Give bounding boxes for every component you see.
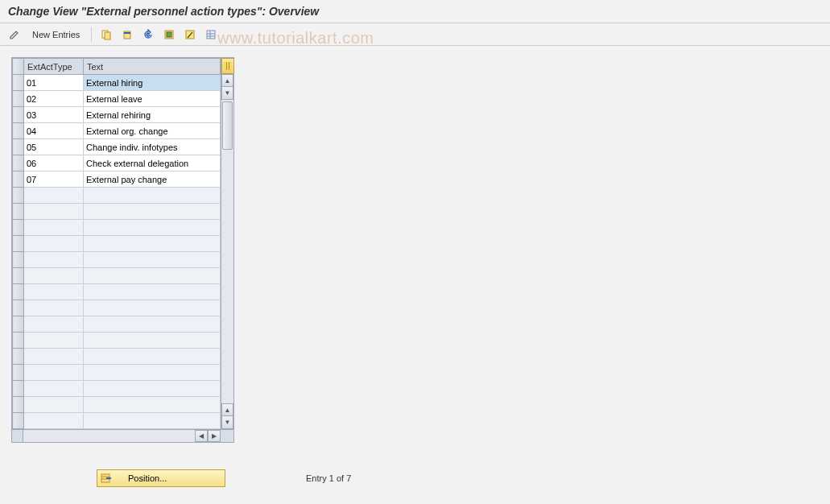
row-selector[interactable] [13, 155, 24, 171]
row-selector[interactable] [13, 268, 24, 284]
toggle-display-change-icon[interactable] [6, 27, 23, 43]
table-row[interactable]: 03External rehiring [13, 107, 221, 123]
cell-ext-act-type[interactable]: 05 [24, 139, 84, 155]
row-selector[interactable] [13, 300, 24, 316]
hscroll-track[interactable] [23, 430, 195, 442]
table-row[interactable]: 04External org. change [13, 123, 221, 139]
table-row[interactable] [13, 284, 221, 300]
cell-text[interactable] [84, 333, 221, 349]
scroll-right-icon[interactable]: ▶ [208, 430, 221, 442]
cell-text[interactable] [84, 188, 221, 204]
cell-ext-act-type[interactable]: 02 [24, 91, 84, 107]
cell-ext-act-type[interactable] [24, 413, 84, 429]
row-selector[interactable] [13, 365, 24, 381]
table-row[interactable]: 07External pay change [13, 171, 221, 188]
row-selector[interactable] [13, 316, 24, 333]
cell-ext-act-type[interactable]: 03 [24, 107, 84, 123]
table-row[interactable] [13, 220, 221, 236]
table-row[interactable] [13, 333, 221, 349]
new-entries-button[interactable]: New Entries [27, 28, 85, 41]
table-row[interactable]: 01External hiring [13, 75, 221, 91]
row-selector-header[interactable] [13, 59, 24, 75]
scroll-left-icon[interactable]: ◀ [195, 430, 208, 442]
table-settings-icon[interactable] [203, 27, 219, 43]
table-row[interactable] [13, 349, 221, 365]
cell-ext-act-type[interactable]: 04 [24, 123, 84, 139]
cell-text[interactable]: External pay change [84, 171, 221, 188]
row-selector[interactable] [13, 236, 24, 252]
column-header-ext[interactable]: ExtActType [24, 59, 84, 75]
table-row[interactable]: 06Check external delegation [13, 155, 221, 171]
cell-text[interactable] [84, 268, 221, 284]
cell-text[interactable] [84, 316, 221, 333]
table-row[interactable]: 05Change indiv. infotypes [13, 139, 221, 155]
cell-ext-act-type[interactable] [24, 316, 84, 333]
scroll-down-icon[interactable]: ▼ [221, 87, 233, 100]
table-row[interactable] [13, 268, 221, 284]
row-selector[interactable] [13, 139, 24, 155]
delete-icon[interactable] [119, 27, 135, 43]
vertical-scrollbar[interactable]: ▲ ▼ ▲ ▼ [221, 58, 233, 429]
cell-ext-act-type[interactable] [24, 284, 84, 300]
row-selector[interactable] [13, 413, 24, 429]
row-selector[interactable] [13, 188, 24, 204]
table-row[interactable] [13, 365, 221, 381]
cell-text[interactable] [84, 220, 221, 236]
scroll-up-icon[interactable]: ▲ [221, 74, 233, 87]
scroll-up-bottom-icon[interactable]: ▲ [221, 403, 233, 416]
cell-ext-act-type[interactable] [24, 220, 84, 236]
cell-ext-act-type[interactable] [24, 365, 84, 381]
table-row[interactable] [13, 316, 221, 333]
cell-text[interactable] [84, 397, 221, 413]
table-row[interactable] [13, 188, 221, 204]
row-selector[interactable] [13, 252, 24, 268]
table-row[interactable] [13, 413, 221, 429]
table-row[interactable] [13, 236, 221, 252]
undo-change-icon[interactable] [140, 27, 156, 43]
cell-text[interactable]: External rehiring [84, 107, 221, 123]
position-button[interactable]: Position... [97, 469, 225, 487]
cell-ext-act-type[interactable] [24, 236, 84, 252]
copy-as-icon[interactable] [98, 27, 114, 43]
row-selector[interactable] [13, 333, 24, 349]
cell-ext-act-type[interactable] [24, 204, 84, 220]
row-selector[interactable] [13, 107, 24, 123]
cell-text[interactable]: Check external delegation [84, 155, 221, 171]
cell-text[interactable] [84, 381, 221, 397]
table-row[interactable] [13, 204, 221, 220]
table-row[interactable] [13, 300, 221, 316]
row-selector[interactable] [13, 220, 24, 236]
cell-ext-act-type[interactable] [24, 188, 84, 204]
cell-text[interactable] [84, 236, 221, 252]
vscroll-thumb[interactable] [222, 101, 233, 150]
scroll-down-bottom-icon[interactable]: ▼ [221, 416, 233, 429]
cell-ext-act-type[interactable] [24, 381, 84, 397]
cell-ext-act-type[interactable] [24, 252, 84, 268]
configure-columns-icon[interactable] [221, 58, 234, 74]
deselect-all-icon[interactable] [182, 27, 198, 43]
cell-ext-act-type[interactable] [24, 268, 84, 284]
cell-text[interactable] [84, 349, 221, 365]
cell-text[interactable] [84, 204, 221, 220]
table-row[interactable] [13, 381, 221, 397]
cell-text[interactable]: External leave [84, 91, 221, 107]
row-selector[interactable] [13, 91, 24, 107]
table-row[interactable] [13, 252, 221, 268]
cell-text[interactable] [84, 284, 221, 300]
cell-text[interactable] [84, 413, 221, 429]
row-selector[interactable] [13, 171, 24, 188]
cell-ext-act-type[interactable] [24, 333, 84, 349]
row-selector[interactable] [13, 284, 24, 300]
column-header-text[interactable]: Text [84, 59, 221, 75]
cell-ext-act-type[interactable] [24, 397, 84, 413]
row-selector[interactable] [13, 204, 24, 220]
row-selector[interactable] [13, 75, 24, 91]
row-selector[interactable] [13, 397, 24, 413]
row-selector[interactable] [13, 349, 24, 365]
table-row[interactable]: 02External leave [13, 91, 221, 107]
cell-ext-act-type[interactable] [24, 300, 84, 316]
cell-ext-act-type[interactable]: 07 [24, 171, 84, 188]
cell-text[interactable]: External org. change [84, 123, 221, 139]
table-row[interactable] [13, 397, 221, 413]
cell-ext-act-type[interactable] [24, 349, 84, 365]
